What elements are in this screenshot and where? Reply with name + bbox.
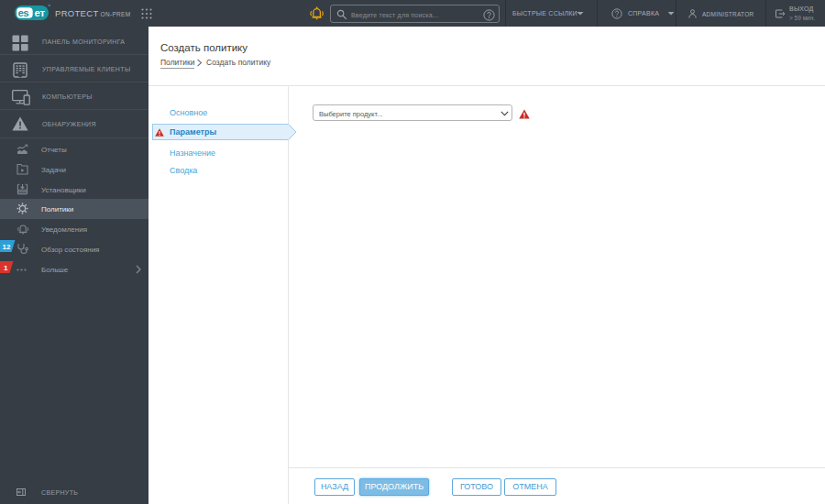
svg-text:1: 1 <box>4 264 8 272</box>
svg-text:12: 12 <box>3 243 11 251</box>
svg-text:ет: ет <box>34 7 45 18</box>
svg-text:es: es <box>17 7 28 18</box>
